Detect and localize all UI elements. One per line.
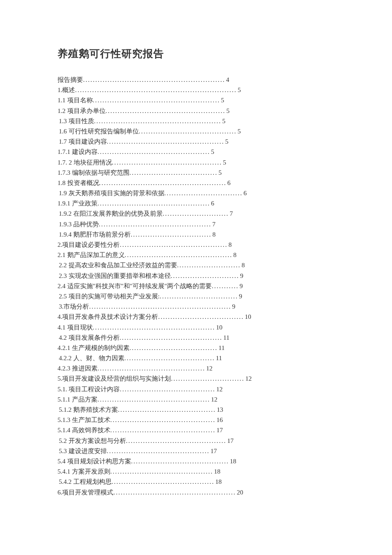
toc-entry-page: 8 bbox=[233, 252, 237, 258]
toc-entry-text: 5.2 开发方案设想与分析 bbox=[59, 438, 126, 444]
toc-entry-leader: ................................ bbox=[164, 190, 243, 197]
toc-entry-page: 10 bbox=[244, 314, 251, 320]
toc-entry-leader: ........................................… bbox=[98, 396, 210, 403]
toc-entry-leader: ........................................… bbox=[106, 108, 226, 114]
toc-entry-text: 5.4.1 方案开发原则 bbox=[58, 468, 110, 475]
toc-entry: 1.7.1 建设内容 .............................… bbox=[58, 149, 337, 155]
toc-entry-leader: ....................................... bbox=[120, 386, 215, 393]
toc-entry-leader: .......................... bbox=[177, 262, 241, 269]
toc-entry-text: 1.3 项目性质 bbox=[59, 118, 94, 124]
toc-entry-leader: .................................... bbox=[130, 345, 218, 351]
toc-entry-page: 11 bbox=[222, 335, 229, 341]
toc-entry-text: 2.项目建设必要性分析 bbox=[58, 242, 120, 248]
toc-entry-text: 4.项目开发条件及技术设计方案分析 bbox=[58, 314, 158, 320]
toc-entry: 1.8 投资者概况...............................… bbox=[58, 180, 337, 186]
toc-entry-page: 5 bbox=[237, 87, 241, 93]
table-of-contents: 报告摘要....................................… bbox=[58, 77, 337, 496]
toc-entry-page: 4 bbox=[225, 77, 230, 83]
toc-entry-text: 5.1.3 生产加工技术 bbox=[58, 417, 110, 423]
toc-entry-text: 1.7.3 编制依据与研究范围 bbox=[58, 170, 130, 176]
toc-entry-text: 2.1 鹅产品深加工的意义 bbox=[58, 252, 125, 258]
toc-entry-text: 1.1 项目名称 bbox=[58, 97, 93, 104]
toc-entry-page: 5 bbox=[222, 118, 226, 124]
toc-entry-page: 18 bbox=[214, 479, 222, 485]
toc-entry-leader: ........................................… bbox=[94, 118, 222, 124]
toc-entry-page: 8 bbox=[228, 242, 232, 248]
toc-entry: 1.9.2 在阳江发展养鹅业的优势及前景 ...................… bbox=[58, 211, 337, 217]
toc-entry-leader: ................................... bbox=[158, 314, 244, 320]
toc-entry-page: 11 bbox=[218, 345, 225, 351]
toc-entry: 5.1.2 鹅养殖技术方案 ..........................… bbox=[58, 407, 337, 413]
toc-entry: 4.1 项目现状 ...............................… bbox=[58, 324, 337, 331]
toc-entry: 4.项目开发条件及技术设计方案分析.......................… bbox=[58, 314, 337, 320]
toc-entry-leader: ........................................… bbox=[83, 77, 225, 83]
toc-entry-leader: ........................................… bbox=[75, 87, 237, 93]
toc-entry-page: 9 bbox=[238, 293, 242, 300]
toc-entry-leader: ........................................ bbox=[118, 407, 216, 413]
toc-entry-page: 8 bbox=[212, 231, 216, 238]
toc-entry: 2.5 项目的实施可带动相关产业发展:.....................… bbox=[58, 293, 337, 300]
toc-entry-page: 8 bbox=[241, 262, 245, 269]
toc-entry-page: 6 bbox=[227, 180, 231, 186]
toc-entry-text: 4.1 项目现状 bbox=[58, 324, 93, 331]
toc-entry-text: 1.7. 2 地块征用情况 bbox=[58, 159, 112, 166]
toc-entry-page: 17 bbox=[210, 448, 217, 454]
toc-entry-page: 12 bbox=[205, 365, 213, 372]
toc-entry-text: 2.5 项目的实施可带动相关产业发展: bbox=[59, 293, 160, 300]
toc-entry-text: 2.2 提高农业和食品加工业经济效益的需要 bbox=[59, 262, 177, 269]
toc-entry: 5.3 建设进度安排 .............................… bbox=[58, 448, 337, 454]
toc-entry: 4.2 项目发展条件分析 ...........................… bbox=[58, 335, 337, 341]
toc-entry: 1.2 项目承办单位..............................… bbox=[58, 108, 337, 114]
toc-entry-leader: ........................................… bbox=[110, 427, 216, 434]
toc-entry-page: 18 bbox=[213, 468, 220, 475]
toc-entry: 5.4.1 方案开发原则 ...........................… bbox=[58, 468, 337, 475]
toc-entry-leader: ........................................… bbox=[120, 335, 223, 341]
toc-entry-text: 5.1.4 高效饲养技术 bbox=[58, 427, 110, 434]
toc-entry: 1.6 可行性研究报告编制单位.........................… bbox=[58, 128, 337, 135]
toc-entry-leader: ........................................… bbox=[99, 180, 227, 186]
toc-entry: 1.7. 2 地块征用情况...........................… bbox=[58, 159, 337, 166]
toc-entry: 2.2 提高农业和食品加工业经济效益的需要...................… bbox=[58, 262, 337, 269]
toc-entry-text: 5.1.1 产品方案 bbox=[58, 396, 98, 403]
toc-entry-text: 4.2.2 人、财、物力因素 bbox=[59, 355, 124, 361]
toc-entry-page: 16 bbox=[216, 417, 223, 423]
toc-entry-text: 1.9.3 品种优势 bbox=[59, 221, 99, 228]
toc-entry-page: 20 bbox=[236, 489, 243, 496]
toc-entry-text: 5.3 建设进度安排 bbox=[59, 448, 107, 454]
toc-entry-page: 5 bbox=[210, 149, 214, 155]
toc-entry: 1.概述....................................… bbox=[58, 87, 337, 93]
document-page: 养殖鹅可行性研究报告 报告摘要.........................… bbox=[0, 0, 392, 525]
toc-entry-leader: ........................................… bbox=[99, 221, 212, 228]
toc-entry-leader: ........................................… bbox=[107, 139, 225, 145]
toc-entry-leader: ........................................… bbox=[113, 489, 236, 496]
toc-entry: 5.4 项目规划设计构思方案..........................… bbox=[58, 458, 337, 465]
toc-entry-leader: ........................... bbox=[163, 211, 229, 217]
toc-entry: 1.7.3 编制依据与研究范围 ........................… bbox=[58, 170, 337, 176]
toc-entry-page: 7 bbox=[229, 211, 233, 217]
toc-entry-text: 2.3 实现农业强国的重要措举和根本途径 bbox=[59, 273, 171, 279]
toc-entry-text: 1.9.4 鹅肥肝市场前景分析 bbox=[59, 231, 131, 238]
toc-entry: 3.市场分析..................................… bbox=[58, 304, 337, 310]
toc-entry-page: 17 bbox=[216, 427, 223, 434]
toc-entry-page: 5 bbox=[225, 139, 229, 145]
toc-entry-text: 4.2.1 生产规模的制约因素 bbox=[58, 345, 130, 351]
toc-entry: 6.项目开发管理模式..............................… bbox=[58, 489, 337, 496]
toc-entry: 1.7 项目建设内容..............................… bbox=[58, 139, 337, 145]
toc-entry-text: 5.4.2 工程规划构思 bbox=[59, 479, 112, 485]
toc-entry: 5.项目开发建设及经营的组织与实施计划.....................… bbox=[58, 376, 337, 382]
toc-entry-leader: ..................................... bbox=[124, 355, 215, 361]
toc-entry-text: 1.7 项目建设内容 bbox=[59, 139, 107, 145]
toc-entry-page: 12 bbox=[245, 376, 252, 382]
toc-entry-page: 5 bbox=[222, 159, 226, 166]
toc-entry: 5.1.4 高效饲养技术 ...........................… bbox=[58, 427, 337, 434]
toc-entry-page: 5 bbox=[237, 128, 241, 135]
toc-entry: 2.4 适应实施"科技兴市"和"可持续发展"两个战略的需要...........… bbox=[58, 283, 337, 289]
toc-entry: 5.1.1 产品方案 .............................… bbox=[58, 396, 337, 403]
toc-entry-text: 1.概述 bbox=[58, 87, 75, 93]
toc-entry-page: 9 bbox=[239, 273, 244, 279]
toc-entry-text: 3.市场分析 bbox=[59, 304, 89, 310]
toc-entry-text: 1.9 灰天鹅养殖项目实施的背景和依据 bbox=[59, 190, 164, 197]
toc-entry: 5.1.3 生产加工技术 ...........................… bbox=[58, 417, 337, 423]
toc-entry-page: 9 bbox=[239, 283, 243, 289]
toc-entry: 2.3 实现农业强国的重要措举和根本途径....................… bbox=[58, 273, 337, 279]
